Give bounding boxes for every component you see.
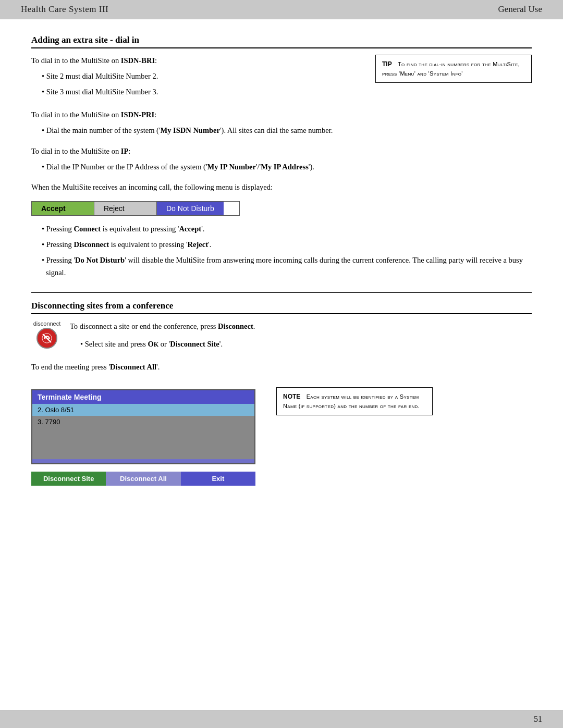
incoming-intro: When the MultiSite receives an incoming … [31, 181, 532, 194]
button-bar: Disconnect Site Disconnect All Exit [31, 472, 255, 486]
connect-bullet-1: Pressing Connect is equivalent to pressi… [42, 223, 532, 236]
isdn-pri-intro: To dial in to the MultiSite on ISDN-PRI: [31, 109, 532, 121]
isdn-bri-bullet-2: Site 3 must dial MultiSite Number 3. [42, 86, 360, 98]
section-divider [31, 292, 532, 293]
disconnect-svg [41, 332, 53, 344]
do-not-disturb-button[interactable]: Do Not Disturb [157, 202, 224, 215]
main-content: Adding an extra site - dial in To dial i… [0, 19, 563, 517]
section1-right-col: TIP To find the dial-in numbers for the … [375, 55, 532, 83]
footer-bar: 51 [0, 710, 563, 728]
section1-left-col: To dial in to the MultiSite on ISDN-BRI:… [31, 55, 360, 104]
disconnect-intro-para: To disconnect a site or end the conferen… [70, 320, 255, 333]
header-bar: Health Care System III General Use [0, 0, 563, 19]
note-label: NOTE [283, 393, 300, 400]
tip-text: To find the dial-in numbers for the Mult… [382, 61, 520, 77]
header-section: General Use [498, 4, 543, 15]
disconnect-icon-wrap: disconnect [31, 320, 63, 349]
isdn-bri-bullet-1: Site 2 must dial MultiSite Number 2. [42, 70, 360, 83]
connect-bullet-3: Pressing 'Do Not Disturb' will disable t… [42, 254, 532, 279]
disconnect-all-button[interactable]: Disconnect All [106, 472, 180, 486]
isdn-pri-bullet: Dial the main number of the system ('My … [42, 125, 532, 137]
footer-page-number: 51 [534, 714, 542, 724]
end-meeting-text: To end the meeting press 'Disconnect All… [31, 361, 532, 374]
ip-bullet: Dial the IP Number or the IP Address of … [42, 161, 532, 174]
disconnect-area: disconnect To disconnect a site or end t… [31, 320, 532, 356]
screen-empty-area [32, 428, 254, 459]
disconnect-intro-text: To disconnect a site or end the conferen… [70, 320, 255, 356]
note-box: NOTE Each system will be identified by a… [276, 387, 433, 415]
screen-title-bar: Terminate Meeting [32, 390, 254, 404]
screen-mockup: Terminate Meeting 2. Oslo 8/51 3. 7790 [31, 389, 255, 464]
tip-box: TIP To find the dial-in numbers for the … [375, 55, 532, 83]
reject-button[interactable]: Reject [94, 202, 157, 215]
note-text: Each system will be identified by a Syst… [283, 393, 420, 409]
ip-intro: To dial in to the MultiSite on IP: [31, 145, 532, 158]
disconnect-icon [36, 328, 57, 349]
screen-col: Terminate Meeting 2. Oslo 8/51 3. 7790 D… [31, 382, 261, 486]
screen-bottom-bar [32, 459, 254, 463]
screen-row-2: 3. 7790 [32, 416, 254, 428]
header-title: Health Care System III [21, 4, 108, 15]
connect-bullet-2: Pressing Disconnect is equivalent to pre… [42, 239, 532, 251]
note-col: NOTE Each system will be identified by a… [276, 382, 532, 415]
exit-button[interactable]: Exit [181, 472, 255, 486]
section1-two-col: To dial in to the MultiSite on ISDN-BRI:… [31, 55, 532, 104]
tip-label: TIP [382, 60, 392, 68]
incoming-menu-bar: Accept Reject Do Not Disturb [31, 201, 240, 216]
section2: Disconnecting sites from a conference di… [31, 301, 532, 486]
select-bullet: Select site and press OK or 'Disconnect … [80, 338, 255, 351]
screen-note-row: Terminate Meeting 2. Oslo 8/51 3. 7790 D… [31, 382, 532, 486]
section1: Adding an extra site - dial in To dial i… [31, 35, 532, 279]
screen-row-1: 2. Oslo 8/51 [32, 404, 254, 416]
disconnect-text-label: disconnect [33, 320, 61, 327]
accept-button[interactable]: Accept [32, 202, 94, 215]
section1-heading: Adding an extra site - dial in [31, 35, 532, 48]
disconnect-site-button[interactable]: Disconnect Site [31, 472, 106, 486]
section2-heading: Disconnecting sites from a conference [31, 301, 532, 314]
isdn-bri-intro: To dial in to the MultiSite on ISDN-BRI: [31, 55, 360, 67]
